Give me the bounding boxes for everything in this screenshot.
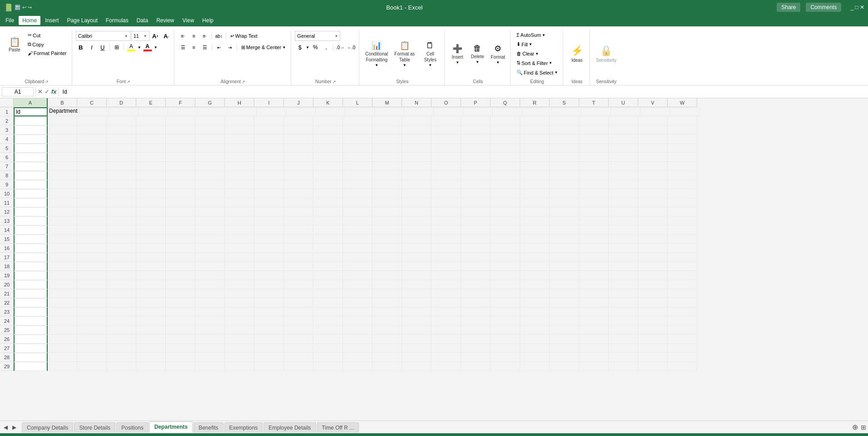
cell-B13[interactable] bbox=[48, 216, 77, 226]
cell-S2[interactable] bbox=[550, 116, 579, 125]
sheet-tab-time-off[interactable]: Time Off R ... bbox=[317, 422, 359, 433]
cell-P6[interactable] bbox=[461, 153, 491, 162]
font-size-box[interactable]: 11 ▼ bbox=[131, 31, 149, 41]
cell-G19[interactable] bbox=[195, 271, 225, 280]
cell-F5[interactable] bbox=[166, 144, 195, 153]
cell-s1[interactable] bbox=[552, 107, 581, 116]
cell-r1[interactable] bbox=[522, 107, 552, 116]
cell-I12[interactable] bbox=[254, 207, 284, 216]
cell-W27[interactable] bbox=[668, 344, 697, 353]
cell-B8[interactable] bbox=[48, 171, 77, 180]
cell-G23[interactable] bbox=[195, 307, 225, 316]
cell-P3[interactable] bbox=[461, 125, 491, 135]
cell-J19[interactable] bbox=[284, 271, 313, 280]
cell-D16[interactable] bbox=[107, 244, 136, 253]
cell-W9[interactable] bbox=[668, 180, 697, 189]
cell-U8[interactable] bbox=[609, 171, 638, 180]
cell-D6[interactable] bbox=[107, 153, 136, 162]
merge-dropdown-arrow[interactable]: ▼ bbox=[282, 45, 286, 50]
align-left-button[interactable]: ☰ bbox=[178, 42, 188, 52]
cell-S20[interactable] bbox=[550, 280, 579, 289]
cell-O13[interactable] bbox=[432, 216, 461, 226]
cell-I9[interactable] bbox=[254, 180, 284, 189]
cell-D18[interactable] bbox=[107, 262, 136, 271]
cell-V9[interactable] bbox=[638, 180, 668, 189]
col-header-l[interactable]: L bbox=[343, 98, 372, 107]
underline-button[interactable]: U bbox=[98, 42, 108, 52]
clipboard-expand-icon[interactable]: ↗ bbox=[45, 80, 49, 84]
cell-E27[interactable] bbox=[136, 344, 166, 353]
menu-view[interactable]: View bbox=[179, 16, 198, 25]
clear-button[interactable]: 🗑 Clear ▼ bbox=[514, 50, 541, 58]
cell-O4[interactable] bbox=[432, 135, 461, 144]
cell-F17[interactable] bbox=[166, 253, 195, 262]
cell-W3[interactable] bbox=[668, 125, 697, 135]
cell-T6[interactable] bbox=[579, 153, 609, 162]
col-header-r[interactable]: R bbox=[520, 98, 550, 107]
cell-W7[interactable] bbox=[668, 162, 697, 171]
cell-V10[interactable] bbox=[638, 189, 668, 198]
cell-I28[interactable] bbox=[254, 353, 284, 362]
cell-K3[interactable] bbox=[313, 125, 343, 135]
cell-R9[interactable] bbox=[520, 180, 550, 189]
menu-home[interactable]: Home bbox=[19, 16, 40, 25]
cell-R21[interactable] bbox=[520, 289, 550, 298]
cell-B4[interactable] bbox=[48, 135, 77, 144]
font-expand-icon[interactable]: ↗ bbox=[127, 80, 130, 84]
decrease-decimal-button[interactable]: .0→ bbox=[335, 42, 345, 52]
cell-I6[interactable] bbox=[254, 153, 284, 162]
cell-L7[interactable] bbox=[343, 162, 372, 171]
cell-G15[interactable] bbox=[195, 235, 225, 244]
cell-B21[interactable] bbox=[48, 289, 77, 298]
cell-P15[interactable] bbox=[461, 235, 491, 244]
cell-O25[interactable] bbox=[432, 326, 461, 335]
cell-A16[interactable] bbox=[14, 244, 48, 253]
cell-V3[interactable] bbox=[638, 125, 668, 135]
comments-button[interactable]: Comments bbox=[806, 3, 841, 12]
cell-D13[interactable] bbox=[107, 216, 136, 226]
cell-I5[interactable] bbox=[254, 144, 284, 153]
menu-formulas[interactable]: Formulas bbox=[102, 16, 132, 25]
cell-H9[interactable] bbox=[225, 180, 254, 189]
cell-J23[interactable] bbox=[284, 307, 313, 316]
cell-U13[interactable] bbox=[609, 216, 638, 226]
cell-A23[interactable] bbox=[14, 307, 48, 316]
cell-E3[interactable] bbox=[136, 125, 166, 135]
comma-button[interactable]: , bbox=[321, 42, 331, 52]
cell-N16[interactable] bbox=[402, 244, 432, 253]
cell-Q16[interactable] bbox=[491, 244, 520, 253]
cell-P13[interactable] bbox=[461, 216, 491, 226]
cell-S5[interactable] bbox=[550, 144, 579, 153]
format-as-table-arrow[interactable]: ▼ bbox=[403, 63, 407, 67]
cell-H28[interactable] bbox=[225, 353, 254, 362]
cell-L23[interactable] bbox=[343, 307, 372, 316]
cell-M18[interactable] bbox=[372, 262, 402, 271]
cell-B25[interactable] bbox=[48, 326, 77, 335]
cell-N22[interactable] bbox=[402, 298, 432, 307]
cell-K13[interactable] bbox=[313, 216, 343, 226]
menu-page-layout[interactable]: Page Layout bbox=[63, 16, 101, 25]
cell-E28[interactable] bbox=[136, 353, 166, 362]
cell-W12[interactable] bbox=[668, 207, 697, 216]
cell-G25[interactable] bbox=[195, 326, 225, 335]
cell-B3[interactable] bbox=[48, 125, 77, 135]
cell-G2[interactable] bbox=[195, 116, 225, 125]
cell-I27[interactable] bbox=[254, 344, 284, 353]
cell-U14[interactable] bbox=[609, 226, 638, 235]
cell-O27[interactable] bbox=[432, 344, 461, 353]
cell-P23[interactable] bbox=[461, 307, 491, 316]
cell-A17[interactable] bbox=[14, 253, 48, 262]
cell-A24[interactable] bbox=[14, 316, 48, 326]
cell-P11[interactable] bbox=[461, 198, 491, 207]
cell-N28[interactable] bbox=[402, 353, 432, 362]
cell-B11[interactable] bbox=[48, 198, 77, 207]
cell-J6[interactable] bbox=[284, 153, 313, 162]
cell-E4[interactable] bbox=[136, 135, 166, 144]
cell-R22[interactable] bbox=[520, 298, 550, 307]
cell-G4[interactable] bbox=[195, 135, 225, 144]
cell-W20[interactable] bbox=[668, 280, 697, 289]
cell-W23[interactable] bbox=[668, 307, 697, 316]
cell-p1[interactable] bbox=[463, 107, 493, 116]
cell-K28[interactable] bbox=[313, 353, 343, 362]
cell-U9[interactable] bbox=[609, 180, 638, 189]
